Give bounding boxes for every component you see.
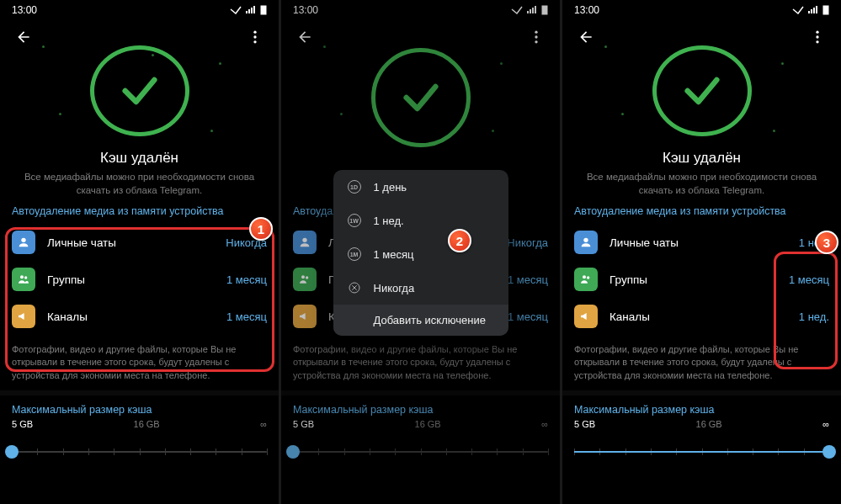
hero-subtitle: Все медиафайлы можно при необходимости с…: [0, 170, 279, 197]
cache-size-section: Максимальный размер кэша 5 GB 16 GB ∞: [562, 395, 841, 470]
svg-rect-0: [261, 6, 266, 14]
back-button[interactable]: [572, 24, 599, 50]
autodelete-section: Автоудаление медиа из памяти устройства …: [0, 197, 279, 338]
megaphone-icon: [12, 305, 35, 328]
svg-point-19: [583, 238, 588, 242]
1w-icon: 1W: [347, 213, 362, 228]
autodelete-section: Автоудаление медиа из памяти устройства …: [562, 197, 841, 338]
status-bar: 13:00: [0, 0, 279, 20]
autodelete-footnote: Фотографии, видео и другие файлы, которы…: [0, 338, 279, 390]
step-badge-3: 3: [815, 231, 838, 254]
row-personal-chats[interactable]: Личные чаты 1 нед.: [574, 224, 829, 261]
row-groups[interactable]: Группы 1 месяц: [574, 261, 829, 298]
megaphone-icon: [574, 305, 598, 328]
row-label: Группы: [47, 273, 215, 286]
autodelete-popup: 1D 1 день 1W 1 нед. 1M 1 месяц Никогда Д…: [333, 170, 508, 336]
row-groups[interactable]: Группы 1 месяц: [12, 261, 267, 298]
hero-title: Кэш удалён: [663, 150, 741, 167]
svg-point-16: [816, 31, 818, 34]
popup-option-1month[interactable]: 1M 1 месяц: [333, 237, 508, 271]
svg-point-1: [253, 31, 256, 34]
more-menu-button[interactable]: [242, 24, 269, 50]
svg-point-18: [816, 40, 818, 43]
person-icon: [12, 231, 35, 254]
back-button[interactable]: [10, 24, 37, 50]
step-badge-2: 2: [448, 229, 471, 252]
row-value: 1 нед.: [799, 310, 829, 323]
success-check-icon: [652, 45, 752, 136]
svg-point-2: [253, 35, 256, 38]
slider-labels: 5 GB 16 GB ∞: [12, 419, 267, 429]
slider-labels: 5 GB 16 GB ∞: [574, 419, 829, 429]
top-bar: [562, 20, 841, 54]
section-title: Автоудаление медиа из памяти устройства: [574, 205, 829, 217]
cache-slider[interactable]: [12, 444, 267, 470]
popup-option-never[interactable]: Никогда: [333, 271, 508, 305]
cache-slider[interactable]: [574, 444, 829, 470]
row-label: Личные чаты: [609, 236, 787, 249]
svg-point-6: [24, 276, 27, 279]
row-label: Личные чаты: [47, 236, 214, 249]
phone-screen-1: 13:00 Кэш удалён Все медиафайлы можно пр…: [0, 0, 279, 504]
svg-point-17: [816, 35, 818, 38]
1d-icon: 1D: [347, 179, 362, 194]
hero-title: Кэш удалён: [100, 150, 178, 167]
phone-screen-3: 13:00 Кэш удалён Все медиафайлы можно пр…: [562, 0, 841, 504]
phone-screen-2: 13:00 Кэш удалён Все медиаф Автоудаление…: [281, 0, 560, 504]
person-icon: [574, 231, 598, 254]
status-time: 13:00: [12, 4, 37, 16]
step-badge-1: 1: [249, 217, 273, 241]
success-check-icon: [90, 45, 189, 136]
section-title: Максимальный размер кэша: [574, 404, 829, 416]
row-value: 1 месяц: [226, 273, 267, 286]
svg-point-4: [21, 238, 25, 242]
svg-rect-15: [823, 6, 828, 14]
status-bar: 13:00: [562, 0, 841, 20]
1m-icon: 1M: [347, 247, 362, 262]
autodelete-footnote: Фотографии, видео и другие файлы, которы…: [562, 338, 841, 390]
popup-option-1week[interactable]: 1W 1 нед.: [333, 204, 508, 237]
svg-point-5: [20, 275, 24, 279]
row-label: Каналы: [47, 310, 215, 323]
section-title: Автоудаление медиа из памяти устройства: [12, 205, 267, 217]
row-label: Каналы: [609, 310, 787, 323]
row-value: 1 месяц: [226, 310, 267, 323]
row-channels[interactable]: Каналы 1 нед.: [574, 298, 829, 335]
group-icon: [12, 268, 35, 291]
status-icons: [230, 5, 267, 15]
row-value: 1 месяц: [789, 273, 829, 286]
top-bar: [0, 20, 279, 54]
status-time: 13:00: [574, 4, 599, 16]
section-title: Максимальный размер кэша: [12, 404, 267, 416]
row-label: Группы: [609, 273, 777, 286]
popup-option-1day[interactable]: 1D 1 день: [333, 170, 508, 204]
row-personal-chats[interactable]: Личные чаты Никогда: [12, 224, 267, 261]
row-channels[interactable]: Каналы 1 месяц: [12, 298, 267, 335]
never-icon: [347, 280, 362, 295]
hero-subtitle: Все медиафайлы можно при необходимости с…: [562, 170, 841, 197]
more-menu-button[interactable]: [804, 24, 831, 50]
cache-size-section: Максимальный размер кэша 5 GB 16 GB ∞: [0, 395, 279, 470]
status-icons: [792, 5, 829, 15]
group-icon: [574, 268, 598, 291]
svg-point-21: [587, 276, 589, 279]
svg-point-3: [253, 40, 256, 43]
svg-point-20: [583, 275, 586, 279]
popup-add-exception[interactable]: Добавить исключение: [333, 305, 508, 336]
